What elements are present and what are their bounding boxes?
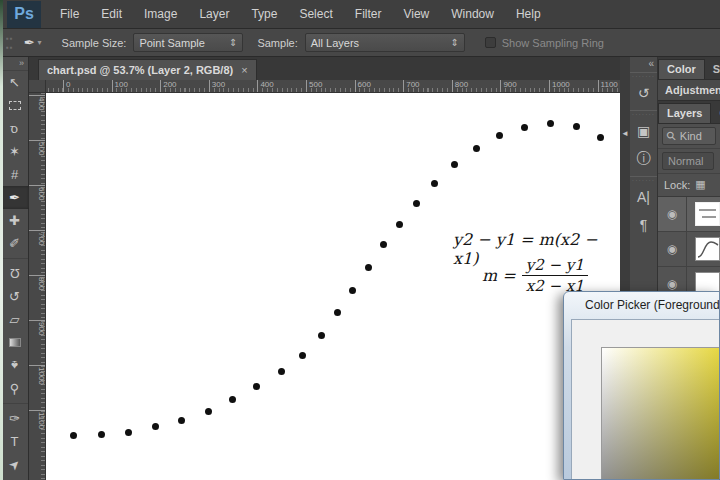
hruler-label: 1100 [598, 80, 618, 93]
scatter-dot [299, 352, 306, 359]
menu-edit[interactable]: Edit [90, 0, 133, 29]
info-panel-icon[interactable]: ⓘ [630, 145, 657, 173]
fraction-numerator: y2 − y1 [522, 256, 588, 275]
character-panel-icon[interactable]: A| [630, 183, 657, 211]
scatter-dot [278, 368, 285, 375]
scatter-dot [318, 332, 325, 339]
menu-items: FileEditImageLayerTypeSelectFilterViewWi… [49, 0, 552, 29]
menu-type[interactable]: Type [240, 0, 288, 29]
layer-visibility-eye-icon[interactable]: ◉ [667, 277, 677, 291]
tab-swatches-partial[interactable]: Sw [705, 60, 720, 79]
lasso-tool[interactable]: σ [0, 117, 29, 140]
layer-visibility-eye-icon[interactable]: ◉ [667, 242, 677, 256]
scatter-dot [431, 180, 438, 187]
layer-visibility-eye-icon[interactable]: ◉ [667, 207, 677, 221]
menu-view[interactable]: View [392, 0, 440, 29]
document-canvas[interactable]: y2 − y1 = m(x2 − x1) m = y2 − y1 x2 − x1 [46, 93, 620, 480]
blur-tool[interactable]: ♠ [0, 354, 29, 377]
horizontal-ruler: 010020030040050060070080090010001100 [46, 80, 620, 93]
history-panel-icon[interactable]: ↺ [630, 79, 657, 107]
saturation-brightness-field[interactable] [601, 347, 720, 480]
healing-brush-tool[interactable]: ✚ [0, 209, 29, 232]
path-select-tool-icon: ➤ [5, 455, 23, 473]
scatter-dot [473, 145, 480, 152]
color-picker-title-bar[interactable]: Color Picker (Foreground C [564, 292, 719, 318]
lock-label: Lock: [664, 179, 690, 191]
path-select-tool[interactable]: ➤ [0, 453, 29, 476]
scatter-dot [396, 221, 403, 228]
blend-mode-row: Normal [658, 149, 720, 174]
scatter-dot [125, 429, 132, 436]
menu-filter[interactable]: Filter [344, 0, 393, 29]
fraction: y2 − y1 x2 − x1 [522, 256, 588, 295]
brush-tool-icon: ✐ [9, 236, 20, 251]
blend-mode-dropdown[interactable]: Normal [662, 152, 714, 170]
menu-image[interactable]: Image [133, 0, 188, 29]
hruler-label: 100 [112, 80, 128, 93]
type-tool[interactable]: T [0, 430, 29, 453]
tab-channels-partial[interactable]: C [711, 104, 720, 123]
brush-tool[interactable]: ✐ [0, 232, 29, 255]
spinner-icon: ⇕ [229, 37, 237, 48]
options-grip: ▪▪▪▪ [6, 34, 14, 52]
vruler-label: 900 [29, 320, 46, 335]
pen-tool[interactable]: ✑ [0, 407, 29, 430]
lock-transparency-icon[interactable]: ▦ [695, 178, 705, 191]
expand-panels-button[interactable]: « [630, 57, 657, 69]
history-brush-tool[interactable]: ↺ [0, 285, 29, 308]
hruler-label: 300 [209, 80, 225, 93]
marquee-tool[interactable] [0, 94, 29, 117]
history-brush-tool-icon: ↺ [9, 289, 20, 304]
panel-collapse-arrow-icon[interactable]: ◄ [621, 129, 629, 138]
sample-value: All Layers [311, 37, 359, 49]
vruler-label: 500 [29, 140, 46, 155]
gradient-tool[interactable] [0, 331, 29, 354]
equation-slope-fraction: m = y2 − y1 x2 − x1 [482, 256, 588, 295]
menu-file[interactable]: File [49, 0, 90, 29]
tool-preset-picker[interactable]: ✒ ▾ [18, 33, 48, 52]
tab-color[interactable]: Color [658, 59, 705, 79]
menu-window[interactable]: Window [440, 0, 505, 29]
3d-materials-panel-icon[interactable]: ▣ [630, 117, 657, 145]
type-tool-icon: T [11, 434, 19, 449]
magic-wand-tool[interactable]: ✶ [0, 140, 29, 163]
document-tab[interactable]: chart.psd @ 53.7% (Layer 2, RGB/8) × [38, 59, 257, 80]
layer-row-equations[interactable]: ◉ [658, 197, 720, 232]
menu-layer[interactable]: Layer [188, 0, 240, 29]
crop-tool[interactable]: # [0, 163, 29, 186]
show-sampling-ring-checkbox[interactable] [485, 37, 496, 48]
dodge-tool[interactable]: ⚲ [0, 377, 29, 400]
vruler-label: 1000 [29, 365, 46, 385]
hruler-label: 800 [452, 80, 468, 93]
toolbar-collapse-button[interactable]: » [0, 57, 28, 71]
layer-thumbnail-curve[interactable] [695, 237, 720, 261]
layer-filter-row: ⚲ Kind [658, 124, 720, 149]
sample-size-label: Sample Size: [62, 37, 127, 49]
sample-dropdown[interactable]: All Layers ⇕ [305, 33, 465, 52]
scatter-dot [229, 396, 236, 403]
paragraph-panel-icon[interactable]: ¶ [630, 211, 657, 239]
menu-select[interactable]: Select [288, 0, 343, 29]
sample-size-dropdown[interactable]: Point Sample ⇕ [133, 33, 243, 52]
scatter-dot [98, 431, 105, 438]
clone-stamp-tool[interactable]: Ω [0, 262, 29, 285]
pen-tool-icon: ✑ [9, 411, 20, 426]
scatter-dot [349, 287, 356, 294]
scatter-dot [547, 120, 554, 127]
blend-mode-value: Normal [668, 155, 703, 167]
eraser-tool[interactable]: ▱ [0, 308, 29, 331]
menu-help[interactable]: Help [505, 0, 552, 29]
document-tab-bar: chart.psd @ 53.7% (Layer 2, RGB/8) × [29, 57, 620, 80]
adjustments-panel-header[interactable]: Adjustments [658, 80, 720, 101]
photoshop-logo: Ps [7, 1, 41, 28]
eyedropper-tool[interactable]: ✒ [0, 186, 29, 209]
equation-lhs: m = [482, 266, 516, 285]
kind-filter-dropdown[interactable]: ⚲ Kind [662, 127, 716, 145]
layer-row-curve[interactable]: ◉ [658, 232, 720, 267]
close-icon[interactable]: × [241, 64, 247, 76]
tab-layers[interactable]: Layers [658, 103, 711, 123]
layer-thumbnail-equations[interactable] [695, 202, 720, 226]
move-tool[interactable]: ↖ [0, 71, 29, 94]
blur-tool-icon: ♠ [11, 358, 18, 373]
color-picker-body [571, 319, 719, 479]
